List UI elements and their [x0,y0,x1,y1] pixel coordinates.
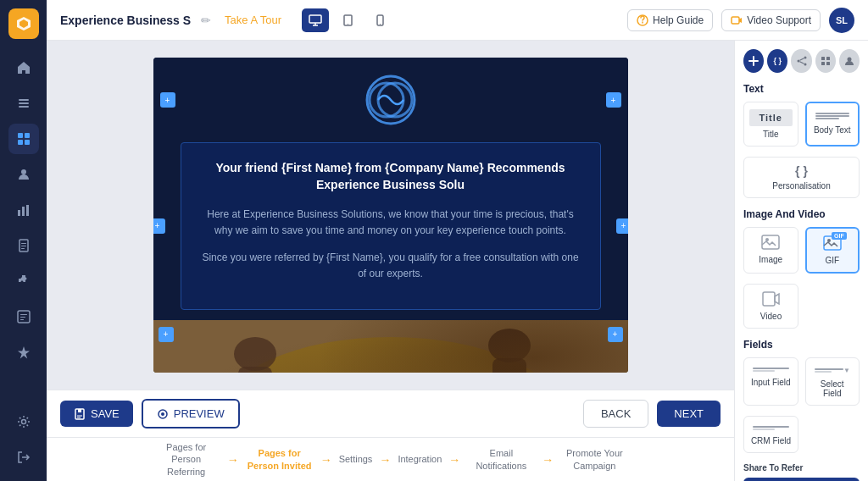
device-mobile[interactable] [366,8,393,32]
text-block-left-ctrl[interactable]: + [153,218,165,234]
text-elements-grid: Title Title Body Text [743,102,860,147]
email-canvas: + + [153,58,628,373]
svg-point-19 [21,420,25,424]
device-tablet[interactable] [334,8,361,32]
sidebar-item-users[interactable] [8,159,39,190]
edit-icon[interactable]: ✏ [201,14,211,27]
email-header-block: + + [153,58,628,142]
bottom-nav: Pages for Person Referring → Pages for P… [47,437,734,481]
take-tour-link[interactable]: Take A Tour [225,14,281,26]
title-icon: Title [749,109,793,126]
panel-tool-layout[interactable] [815,49,836,73]
personalisation-icon: { } [795,164,808,178]
svg-rect-9 [22,207,25,216]
help-guide-label: Help Guide [653,14,704,26]
video-support-button[interactable]: Video Support [721,9,821,31]
image-block-left-ctrl[interactable]: + [159,327,174,342]
email-image-block: + [153,320,628,373]
panel-tool-add[interactable] [743,49,764,73]
element-input-field[interactable]: Input Field [743,357,798,406]
panel-tool-code[interactable]: { } [767,49,787,73]
nav-step-4-label[interactable]: Integration [398,453,442,465]
panel-toolbar: { } [743,49,860,73]
svg-point-24 [380,24,381,25]
svg-rect-32 [153,320,628,373]
help-guide-button[interactable]: Help Guide [627,9,713,31]
input-field-icon [749,365,793,374]
element-video-label: Video [760,312,782,321]
sidebar-item-layers[interactable] [8,88,39,119]
element-select-field[interactable]: ▼ Select Field [805,357,860,406]
element-title-label: Title [763,130,779,139]
svg-rect-34 [238,367,272,373]
svg-point-22 [348,24,348,25]
element-personalisation[interactable]: { } Personalisation [743,157,860,198]
panel-tool-share[interactable] [791,49,811,73]
sidebar-item-settings[interactable] [8,406,39,437]
svg-rect-12 [21,243,26,244]
preview-button[interactable]: PREVIEW [142,399,240,428]
svg-rect-8 [18,210,20,216]
svg-rect-17 [20,317,25,318]
next-label: NEXT [674,407,704,420]
device-switcher [302,8,393,32]
svg-point-64 [804,57,806,59]
nav-step-5-label[interactable]: Email Notifications [467,447,535,472]
sidebar-item-stack[interactable] [8,124,39,154]
element-image-label: Image [759,255,782,264]
topbar-title: Experience Business S [60,14,191,27]
svg-rect-69 [826,62,830,65]
element-crm-field[interactable]: CRM Field [743,416,798,453]
image-block-right-ctrl[interactable]: + [608,327,623,342]
svg-point-62 [161,412,164,416]
video-support-label: Video Support [747,14,811,26]
add-block-right-btn[interactable]: + [606,92,621,108]
nav-step-6-label[interactable]: Promote Your Campaign [560,447,628,472]
element-body-text[interactable]: Body Text [805,102,860,147]
element-title[interactable]: Title Title [743,102,798,147]
svg-point-70 [847,58,851,62]
nav-step-2-label[interactable]: Pages for Person Invited [246,447,314,472]
promote-campaign-button[interactable]: Promote Your Campaign [743,478,860,481]
svg-rect-2 [19,106,29,108]
add-block-btn[interactable]: + [160,92,175,108]
user-avatar[interactable]: SL [829,8,854,33]
svg-rect-60 [78,409,81,412]
email-text-block[interactable]: Your friend {First Name} from {Company N… [181,142,601,310]
panel-tool-profile[interactable] [839,49,860,73]
back-label: BACK [601,407,631,420]
topbar-right: Help Guide Video Support SL [627,8,854,33]
nav-step-3-label[interactable]: Settings [339,453,373,465]
sidebar-item-reports[interactable] [8,301,39,332]
element-image[interactable]: Image [743,227,798,274]
sidebar-item-home[interactable] [8,53,39,83]
sidebar-item-page[interactable] [8,230,39,261]
sidebar-logo[interactable] [8,8,39,39]
share-to-refer-section: Share To Refer Promote Your Campaign [743,463,860,481]
meeting-image [153,320,628,373]
sidebar-item-chart[interactable] [8,195,39,225]
svg-point-7 [21,169,26,174]
back-button[interactable]: BACK [583,400,648,428]
next-button[interactable]: NEXT [657,401,721,427]
nav-step-5: Email Notifications [467,447,535,472]
preview-label: PREVIEW [174,407,225,420]
sidebar-item-logout[interactable] [8,442,39,473]
save-button[interactable]: SAVE [60,401,133,427]
text-block-right-ctrl[interactable]: + [616,218,628,234]
nav-arrow-1: → [227,453,239,467]
element-crm-field-label: CRM Field [751,436,791,445]
image-icon [761,235,780,252]
main-area: Experience Business S ✏ Take A Tour [47,0,868,481]
svg-rect-6 [25,140,30,145]
element-video[interactable]: Video [743,284,798,329]
nav-step-1-label[interactable]: Pages for Person Referring [153,441,220,478]
image-video-section-title: Image And Video [743,208,860,220]
element-gif[interactable]: GIF GIF [805,227,860,274]
device-desktop[interactable] [302,8,329,32]
nav-step-2: Pages for Person Invited [246,447,314,472]
svg-rect-36 [492,358,526,373]
sidebar-item-star[interactable] [8,337,39,368]
sidebar-item-puzzle[interactable] [8,266,39,296]
action-bar: SAVE PREVIEW BACK NEXT [47,390,734,437]
